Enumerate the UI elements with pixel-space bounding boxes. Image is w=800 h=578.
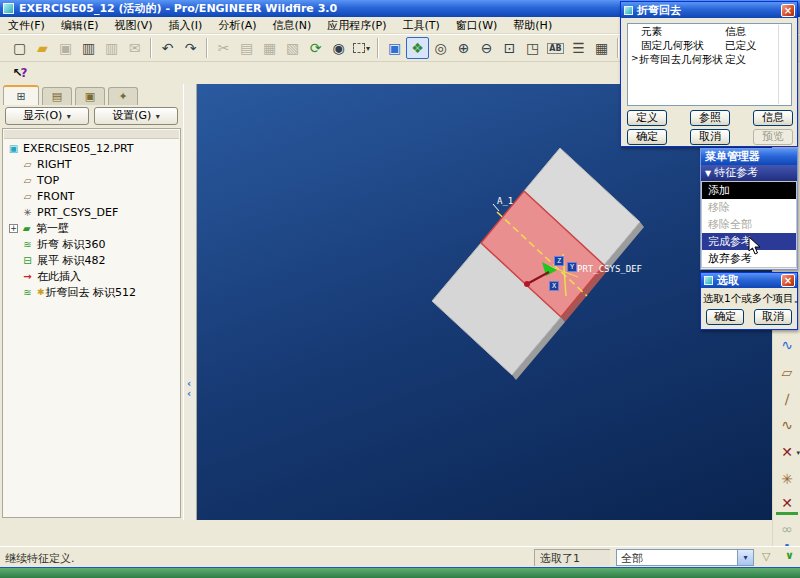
datum-point-marker[interactable]	[524, 281, 530, 287]
close-icon[interactable]: ×	[781, 274, 795, 287]
selection-filter-button[interactable]: ▾	[350, 37, 373, 59]
chevron-expand-icon[interactable]: ∨	[785, 549, 794, 562]
selection-filter-combo[interactable]: 全部 ▾	[616, 549, 754, 566]
zoom-out-icon[interactable]: ⊖	[475, 37, 498, 59]
view-manager-icon[interactable]: ▦	[590, 37, 613, 59]
graphics-viewport[interactable]: A_1 PRT_CSYS_DEF Z Y X	[197, 84, 772, 520]
menu-item-remove-all[interactable]: 移除全部	[702, 216, 796, 233]
model-tree-tab[interactable]: ⊞	[3, 85, 39, 105]
ok-button[interactable]: 确定	[706, 309, 744, 325]
status-message: 继续特征定义.	[5, 551, 75, 566]
print-setup-icon[interactable]: ▥	[100, 37, 123, 59]
cancel-button[interactable]: 取消	[690, 129, 730, 145]
tree-item-first-wall[interactable]: + ▰ 第一壁	[3, 220, 180, 236]
tree-item-bend[interactable]: ≋ 折弯 标识360	[3, 236, 180, 252]
info-column-header: 信息	[725, 25, 746, 39]
datum-curve-tool-icon[interactable]: ∿	[776, 414, 798, 436]
refit-icon[interactable]: ⊡	[498, 37, 521, 59]
tree-item-insert-here[interactable]: → 在此插入	[3, 268, 180, 284]
annotation-display-icon[interactable]: AB	[544, 37, 567, 59]
toolbar-separator	[377, 38, 379, 58]
chevron-left-icon[interactable]: ‹	[187, 380, 191, 388]
new-file-icon[interactable]: ▢	[8, 37, 31, 59]
favorites-tab[interactable]: ✦	[108, 87, 138, 105]
refs-button[interactable]: 参照	[690, 110, 730, 126]
combo-arrow-icon[interactable]: ▾	[737, 550, 753, 565]
tree-item-front[interactable]: ▱ FRONT	[3, 188, 180, 204]
repaint-icon[interactable]: ▣	[383, 37, 406, 59]
layer-display-icon[interactable]: ☰	[567, 37, 590, 59]
datum-plane-icon: ▱	[21, 159, 34, 170]
datum-axis-tool-icon[interactable]: ∕	[776, 388, 798, 410]
axis-label[interactable]: A_1	[497, 196, 513, 206]
selection-box-icon	[353, 43, 365, 53]
tree-item-part[interactable]: ▣ EXERCISE05_12.PRT	[3, 140, 180, 156]
zoom-in-icon[interactable]: ⊕	[452, 37, 475, 59]
undo-icon[interactable]: ↶	[156, 37, 179, 59]
folder-browser-tab[interactable]: ▣	[75, 87, 105, 105]
paste-special-icon[interactable]: ▧	[281, 37, 304, 59]
open-file-icon[interactable]: ▰	[31, 37, 54, 59]
menu-help[interactable]: 帮助(H)	[505, 17, 560, 34]
menu-info[interactable]: 信息(N)	[265, 17, 320, 34]
datum-display-icon[interactable]: ◳	[521, 37, 544, 59]
copy-icon[interactable]: ▤	[235, 37, 258, 59]
orient-mode-icon[interactable]: ◎	[429, 37, 452, 59]
csys-label[interactable]: PRT_CSYS_DEF	[577, 264, 642, 274]
menu-insert[interactable]: 插入(I)	[161, 17, 211, 34]
redo-icon[interactable]: ↷	[179, 37, 202, 59]
datum-point-tool-icon[interactable]: ✕▾	[776, 441, 798, 463]
layer-tree-tab[interactable]: ▤	[42, 87, 72, 105]
save-file-icon[interactable]: ▣	[54, 37, 77, 59]
element-list[interactable]: 元素 信息 固定几何形状 已定义 > 折弯回去几何形状 定义	[627, 23, 792, 106]
field-point-tool-icon[interactable]: ✕	[776, 493, 798, 515]
sketched-curve-icon[interactable]: ∿	[776, 334, 798, 356]
tree-item-csys[interactable]: ✳ PRT_CSYS_DEF	[3, 204, 180, 220]
info-button[interactable]: 信息	[753, 110, 793, 126]
paste-icon[interactable]: ▦	[258, 37, 281, 59]
navigator-splitter[interactable]: ‹ ‹	[183, 84, 197, 520]
filter-icon[interactable]: ▽	[762, 550, 770, 563]
model-canvas[interactable]	[197, 84, 772, 520]
datum-plane-tool-icon[interactable]: ▱	[776, 361, 798, 383]
bend-back-dialog-titlebar[interactable]: 折弯回去 ×	[621, 2, 797, 18]
tree-item-right[interactable]: ▱ RIGHT	[3, 156, 180, 172]
menu-file[interactable]: 文件(F)	[0, 17, 53, 34]
find-icon[interactable]: ◉	[327, 37, 350, 59]
ok-button[interactable]: 确定	[627, 129, 667, 145]
tree-item-unbend[interactable]: ⊟ 展平 标识482	[3, 252, 180, 268]
wall-feature-icon: ▰	[20, 223, 33, 234]
cancel-button[interactable]: 取消	[754, 309, 792, 325]
menu-analysis[interactable]: 分析(A)	[210, 17, 264, 34]
close-icon[interactable]: ×	[781, 4, 795, 17]
menu-view[interactable]: 视图(V)	[106, 17, 160, 34]
datum-csys-tool-icon[interactable]: ✳	[776, 468, 798, 490]
tree-item-bend-back[interactable]: ≋ ✱ 折弯回去 标识512	[3, 284, 180, 300]
menu-manager-titlebar[interactable]: 菜单管理器	[701, 149, 797, 165]
element-row-bendback-geometry[interactable]: > 折弯回去几何形状 定义	[628, 53, 791, 67]
menu-item-add[interactable]: 添加	[702, 182, 796, 199]
element-row-fixed-geometry[interactable]: 固定几何形状 已定义	[628, 39, 791, 53]
menu-item-remove[interactable]: 移除	[702, 199, 796, 216]
tree-item-top[interactable]: ▱ TOP	[3, 172, 180, 188]
select-dialog-titlebar[interactable]: 选取 ×	[701, 273, 797, 288]
select-dialog: 选取 × 选取1个或多个项目。 确定 取消	[700, 272, 798, 330]
regenerate-icon[interactable]: ⟳	[304, 37, 327, 59]
menu-applications[interactable]: 应用程序(P)	[319, 17, 394, 34]
feature-refs-section[interactable]: ▼特征参考	[701, 165, 797, 181]
menu-tools[interactable]: 工具(T)	[395, 17, 448, 34]
settings-dropdown-button[interactable]: 设置(G) ▾	[94, 107, 178, 125]
spin-center-icon[interactable]: ❖	[406, 37, 429, 59]
menu-edit[interactable]: 编辑(E)	[53, 17, 107, 34]
context-help-button[interactable]: ↖ ?	[10, 64, 30, 82]
chevron-left-icon[interactable]: ‹	[187, 390, 191, 398]
define-button[interactable]: 定义	[627, 110, 667, 126]
element-name: 固定几何形状	[641, 39, 704, 53]
expand-icon[interactable]: +	[9, 224, 18, 233]
print-icon[interactable]: ▥	[77, 37, 100, 59]
preview-button[interactable]: 预览	[753, 129, 793, 145]
cut-icon[interactable]: ✂	[212, 37, 235, 59]
menu-window[interactable]: 窗口(W)	[448, 17, 505, 34]
send-mail-icon[interactable]: ✉	[123, 37, 146, 59]
show-dropdown-button[interactable]: 显示(O) ▾	[5, 107, 89, 125]
